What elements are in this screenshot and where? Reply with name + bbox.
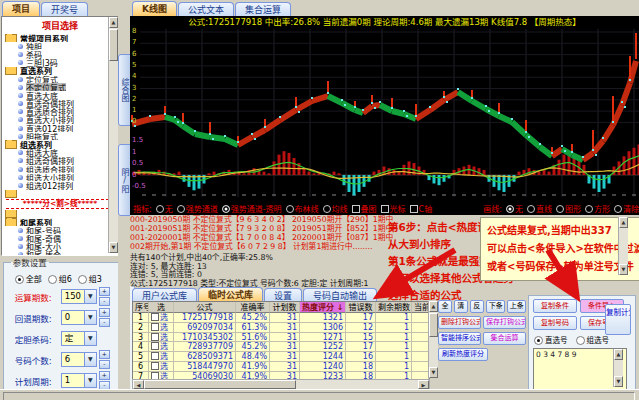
- scroll-up-icon[interactable]: ▲: [614, 349, 623, 360]
- tree-item[interactable]: 直选质合排列: [2, 108, 118, 116]
- spin-up-button[interactable]: +: [99, 287, 110, 296]
- tree-item[interactable]: 不定位复式: [2, 83, 118, 91]
- radio-icon[interactable]: [585, 205, 593, 213]
- chevron-down-icon[interactable]: ▼: [84, 353, 96, 366]
- col-header-1[interactable]: 选: [149, 302, 174, 313]
- copy-plan-button[interactable]: 复制计划: [605, 304, 631, 335]
- tree-item[interactable]: 杀码: [2, 50, 118, 58]
- checkbox-icon[interactable]: [151, 342, 159, 350]
- spin-down-button[interactable]: -: [99, 297, 110, 306]
- main-tab-0[interactable]: K线图: [132, 1, 177, 17]
- spinner[interactable]: +-: [99, 287, 110, 306]
- radio-icon[interactable]: [506, 205, 514, 213]
- tree-item[interactable]: 直选奇偶排列: [2, 100, 118, 108]
- col-header-5[interactable]: 热度评分 ↓: [300, 302, 346, 313]
- small-button-清[interactable]: 清: [454, 300, 468, 313]
- tree-folder[interactable]: 和尾系列: [2, 218, 118, 226]
- scroll-down-icon[interactable]: ▼: [429, 367, 438, 378]
- checkbox-icon[interactable]: [381, 205, 389, 213]
- cell-check[interactable]: 选: [149, 313, 174, 323]
- drawline-option-1[interactable]: 直线: [527, 203, 552, 214]
- tree-item[interactable]: 和尾-号码: [2, 226, 118, 234]
- tree-scrollbar[interactable]: ▲ ▼: [108, 17, 118, 253]
- drawline-option-0[interactable]: 无: [506, 203, 523, 214]
- checkbox-icon[interactable]: [151, 333, 159, 341]
- toolbar-checkbox-2[interactable]: C轴: [410, 203, 433, 214]
- drawline-option-3[interactable]: 方形: [585, 203, 610, 214]
- col-header-6[interactable]: 错误数: [346, 302, 376, 313]
- chevron-down-icon[interactable]: ▼: [84, 332, 96, 345]
- spinner[interactable]: +-: [99, 371, 110, 390]
- number-type-radio-0[interactable]: 直选号: [534, 334, 568, 345]
- main-tab-1[interactable]: 公式文本: [178, 2, 234, 17]
- checkbox-icon[interactable]: [151, 323, 159, 331]
- radio-icon[interactable]: [323, 205, 331, 213]
- button-复制号码[interactable]: 复制号码: [533, 316, 577, 330]
- spin-up-button[interactable]: +: [99, 371, 110, 380]
- main-tab-2[interactable]: 集合运算: [235, 2, 291, 17]
- kline-chart[interactable]: [130, 29, 639, 202]
- tree-item[interactable]: 和尾-奇偶: [2, 234, 118, 242]
- small-button-全[interactable]: 全: [438, 300, 452, 313]
- cell-check[interactable]: 选: [149, 352, 174, 362]
- tree-item[interactable]: 直选大小排列: [2, 116, 118, 124]
- col-header-2[interactable]: 公式: [174, 302, 236, 313]
- tree-item[interactable]: 和尾-大小: [2, 243, 118, 251]
- indicator-option-1[interactable]: 强势通道: [177, 203, 218, 214]
- scope-radio-1[interactable]: 组6: [48, 273, 72, 284]
- tree-item[interactable]: 组选012排列: [2, 181, 118, 189]
- sidebar-tab-1[interactable]: 开奖号: [41, 2, 88, 17]
- tree-item[interactable]: 组选质合排列: [2, 165, 118, 173]
- param-combobox[interactable]: 定▼: [61, 331, 97, 346]
- indicator-option-0[interactable]: 无: [156, 203, 173, 214]
- tree-item[interactable]: 组选大小排列: [2, 173, 118, 181]
- radio-icon[interactable]: [78, 275, 87, 284]
- tree-item[interactable]: 组选大底: [2, 149, 118, 157]
- drawline-option-4[interactable]: 清除: [614, 203, 639, 214]
- chevron-down-icon[interactable]: ▼: [84, 311, 96, 324]
- checkbox-icon[interactable]: [151, 362, 159, 370]
- formula-table[interactable]: 序号选公式准确率计划数热度评分 ↓错误数剩余期数当前连1选17251779184…: [132, 301, 430, 380]
- spinner[interactable]: +-: [99, 350, 110, 369]
- radio-icon[interactable]: [222, 205, 230, 213]
- radio-icon[interactable]: [156, 205, 164, 213]
- param-combobox[interactable]: 0▼: [61, 310, 97, 325]
- button-复制条件[interactable]: 复制条件: [533, 299, 577, 313]
- scroll-up-icon[interactable]: ▲: [619, 217, 628, 228]
- table-row[interactable]: 1选172517791845.2%311321171: [133, 313, 429, 323]
- param-combobox[interactable]: 6▼: [61, 352, 97, 367]
- radio-icon[interactable]: [48, 275, 57, 284]
- small-button-下条[interactable]: 下条: [486, 300, 505, 313]
- scroll-down-icon[interactable]: ▼: [109, 242, 118, 253]
- radio-icon[interactable]: [527, 205, 535, 213]
- spin-down-button[interactable]: -: [99, 318, 110, 327]
- scroll-down-icon[interactable]: ▼: [614, 376, 623, 387]
- radio-icon[interactable]: [177, 205, 185, 213]
- number-type-radio-1[interactable]: 组选号: [576, 334, 610, 345]
- toolbar-checkbox-0[interactable]: 叠图: [352, 203, 377, 214]
- cell-check[interactable]: 选: [149, 333, 174, 343]
- checkbox-icon[interactable]: [352, 205, 360, 213]
- chevron-down-icon[interactable]: ▼: [84, 290, 96, 303]
- tree-folder[interactable]: 组选系列: [2, 140, 118, 148]
- scope-radio-0[interactable]: 全部: [15, 273, 42, 284]
- sidebar-tab-0[interactable]: 项目: [2, 1, 40, 17]
- tree-item[interactable]: 组选奇偶排列: [2, 157, 118, 165]
- table-vscrollbar[interactable]: ▲ ▼: [428, 301, 438, 378]
- param-combobox[interactable]: 1▼: [61, 373, 97, 388]
- tree-item[interactable]: 定位复式: [2, 75, 118, 83]
- radio-icon[interactable]: [614, 205, 622, 213]
- button-删除打钩公式[interactable]: 删除打钩公式: [438, 316, 481, 329]
- checkbox-icon[interactable]: [410, 205, 418, 213]
- radio-icon[interactable]: [556, 205, 564, 213]
- table-row[interactable]: 6选51844797041.9%311240181: [133, 362, 429, 372]
- indicator-option-3[interactable]: 布林线: [286, 203, 319, 214]
- col-header-0[interactable]: 序号: [133, 302, 149, 313]
- button-刷新热度评分[interactable]: 刷新热度评分: [438, 348, 488, 361]
- spin-up-button[interactable]: +: [99, 350, 110, 359]
- small-button-上条[interactable]: 上条: [507, 300, 526, 313]
- checkbox-icon[interactable]: [151, 352, 159, 360]
- param-combobox[interactable]: 150▼: [61, 289, 97, 304]
- tree-folder[interactable]: 常规项目系列: [2, 34, 118, 42]
- small-button-反[interactable]: 反: [470, 300, 484, 313]
